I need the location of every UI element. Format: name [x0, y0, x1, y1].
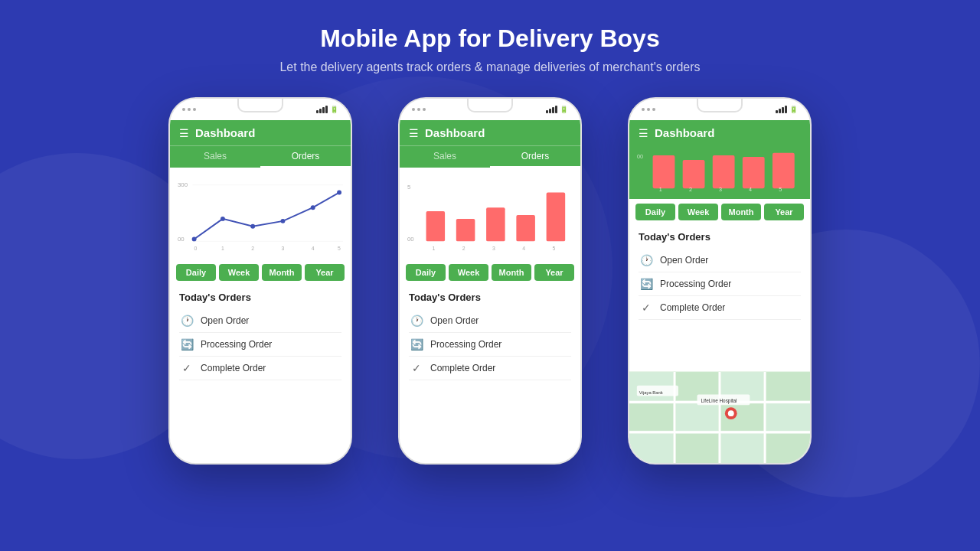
order-complete-label-2: Complete Order	[430, 363, 495, 373]
phone3-map: LifeLine Hospital Vijaya Bank	[629, 371, 810, 463]
btn-year-2[interactable]: Year	[534, 264, 574, 281]
svg-rect-18	[426, 211, 446, 241]
btn-month-3[interactable]: Month	[721, 204, 761, 220]
svg-text:3: 3	[492, 246, 495, 251]
svg-rect-31	[713, 155, 735, 188]
svg-rect-55	[721, 434, 763, 463]
refresh-icon-1: 🔄	[179, 337, 194, 352]
phone2-orders: Today's Orders 🕐 Open Order 🔄 Processing…	[400, 285, 580, 463]
svg-text:Vijaya Bank: Vijaya Bank	[639, 390, 663, 395]
phone1-dots	[182, 108, 196, 111]
line-chart: 300 00 0 1 2 3 4 5	[178, 174, 343, 256]
tab-sales-2[interactable]: Sales	[400, 146, 490, 168]
phone1-tabs: Sales Orders	[170, 145, 351, 168]
phone2-notch	[467, 99, 513, 112]
svg-point-13	[281, 219, 286, 223]
svg-text:5: 5	[407, 184, 411, 191]
btn-week-1[interactable]: Week	[219, 264, 259, 281]
menu-icon-2: ☰	[409, 127, 419, 139]
phone3-content: ☰ Dashboard 00 1 2 3 4	[629, 120, 810, 463]
btn-month-2[interactable]: Month	[492, 264, 531, 281]
phone1-content: ☰ Dashboard Sales Orders 300 00 0 1	[170, 120, 351, 463]
svg-rect-22	[547, 193, 566, 242]
btn-year-3[interactable]: Year	[764, 204, 804, 220]
order-complete-label-3: Complete Order	[660, 302, 725, 313]
phone2-chart: 5 00 1 2 3 4 5	[400, 168, 580, 259]
orders-title-2: Today's Orders	[409, 292, 571, 303]
phone-3: 🔋 ☰ Dashboard 00 1	[628, 97, 812, 465]
svg-rect-29	[653, 155, 675, 188]
phone2-dots	[412, 108, 426, 111]
refresh-icon-2: 🔄	[409, 337, 424, 352]
signal-bars-icon-3	[776, 106, 787, 113]
phone3-period-buttons: Daily Week Month Year	[629, 199, 810, 225]
map-svg: LifeLine Hospital Vijaya Bank	[629, 371, 810, 463]
battery-icon: 🔋	[330, 106, 338, 113]
phone-2: 🔋 ☰ Dashboard Sales Orders 5 00	[398, 97, 582, 465]
phone-1: 🔋 ☰ Dashboard Sales Orders 300 00	[168, 97, 352, 465]
phone1-orders: Today's Orders 🕐 Open Order 🔄 Processing…	[170, 285, 351, 463]
order-processing-1: 🔄 Processing Order	[179, 333, 341, 357]
menu-icon: ☰	[179, 127, 189, 139]
svg-text:00: 00	[178, 236, 185, 243]
btn-week-2[interactable]: Week	[449, 264, 488, 281]
phone1-period-buttons: Daily Week Month Year	[170, 259, 351, 285]
svg-rect-49	[629, 403, 673, 430]
svg-text:2: 2	[689, 186, 692, 193]
btn-month-1[interactable]: Month	[262, 264, 302, 281]
btn-daily-1[interactable]: Daily	[176, 264, 216, 281]
orders-title-3: Today's Orders	[639, 231, 801, 243]
phone3-dots	[642, 108, 655, 111]
phone3-notch	[697, 99, 743, 112]
page-header: Mobile App for Delivery Boys Let the del…	[0, 0, 980, 90]
phone2-content: ☰ Dashboard Sales Orders 5 00	[400, 120, 580, 463]
order-complete-1: ✓ Complete Order	[179, 357, 341, 380]
phone2-title: Dashboard	[425, 126, 485, 139]
phone1-chart: 300 00 0 1 2 3 4 5	[170, 168, 351, 259]
svg-rect-33	[773, 153, 795, 188]
tab-orders-1[interactable]: Orders	[260, 146, 351, 168]
svg-rect-19	[456, 219, 475, 241]
btn-week-3[interactable]: Week	[678, 204, 718, 220]
order-open-label-3: Open Order	[660, 255, 708, 266]
svg-point-15	[337, 191, 341, 195]
svg-point-12	[250, 224, 255, 229]
svg-text:5: 5	[338, 246, 341, 251]
signal-bars-icon-2	[546, 106, 557, 113]
order-processing-3: 🔄 Processing Order	[639, 272, 801, 296]
phone3-header: ☰ Dashboard	[629, 120, 810, 145]
btn-daily-2[interactable]: Daily	[406, 264, 446, 281]
order-open-2: 🕐 Open Order	[409, 309, 571, 333]
phone2-tabs: Sales Orders	[400, 145, 580, 168]
svg-point-11	[220, 217, 225, 221]
signal-bars-icon	[316, 106, 328, 113]
check-icon-3: ✓	[639, 300, 654, 315]
order-processing-2: 🔄 Processing Order	[409, 333, 571, 357]
svg-text:LifeLine Hospital: LifeLine Hospital	[701, 398, 737, 404]
clock-icon-2: 🕐	[409, 313, 424, 328]
btn-year-1[interactable]: Year	[305, 264, 345, 281]
phone1-right-icons: 🔋	[316, 106, 338, 113]
clock-icon-3: 🕐	[639, 253, 654, 268]
page-subtitle: Let the delivery agents track orders & m…	[0, 60, 980, 74]
svg-rect-48	[766, 372, 810, 400]
btn-daily-3[interactable]: Daily	[635, 204, 675, 220]
tab-sales-1[interactable]: Sales	[170, 146, 260, 168]
svg-text:3: 3	[281, 246, 284, 251]
phone1-title: Dashboard	[195, 126, 255, 139]
svg-text:2: 2	[251, 246, 254, 251]
tab-orders-2[interactable]: Orders	[490, 146, 580, 168]
svg-point-14	[311, 205, 315, 210]
svg-rect-56	[766, 434, 810, 463]
phone2-statusbar: 🔋	[400, 99, 580, 120]
menu-icon-3: ☰	[639, 127, 648, 139]
order-open-label-1: Open Order	[201, 315, 249, 326]
svg-rect-20	[486, 207, 505, 241]
svg-text:2: 2	[462, 246, 466, 251]
phone3-orders: Today's Orders 🕐 Open Order 🔄 Processing…	[629, 225, 810, 371]
phone2-period-buttons: Daily Week Month Year	[400, 259, 580, 285]
phone3-right-icons: 🔋	[776, 106, 798, 113]
svg-text:4: 4	[749, 186, 752, 193]
phone2-right-icons: 🔋	[546, 106, 568, 113]
battery-icon-3: 🔋	[789, 106, 798, 113]
